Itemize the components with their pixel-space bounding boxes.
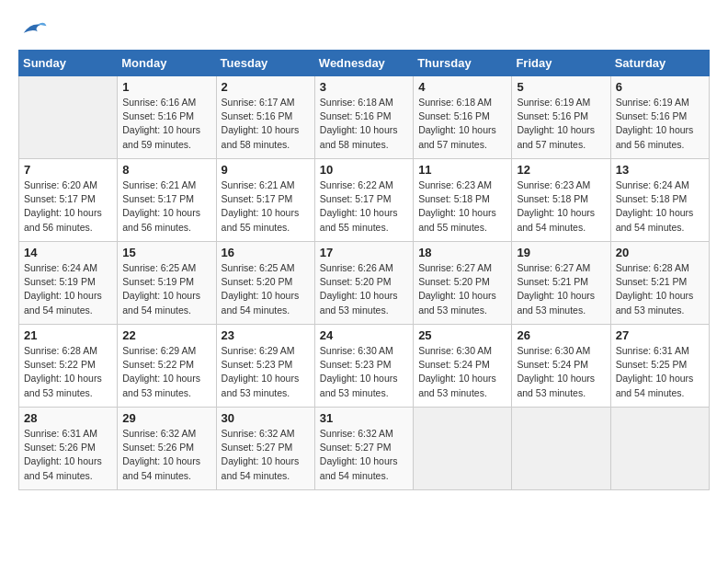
calendar-cell: 1Sunrise: 6:16 AM Sunset: 5:16 PM Daylig… <box>118 76 216 159</box>
day-number: 4 <box>418 80 506 94</box>
calendar-cell: 17Sunrise: 6:26 AM Sunset: 5:20 PM Dayli… <box>314 242 413 325</box>
day-number: 27 <box>616 328 704 342</box>
day-number: 24 <box>320 328 408 342</box>
day-number: 28 <box>24 411 112 425</box>
calendar-cell: 5Sunrise: 6:19 AM Sunset: 5:16 PM Daylig… <box>512 76 610 159</box>
calendar-cell: 2Sunrise: 6:17 AM Sunset: 5:16 PM Daylig… <box>216 76 314 159</box>
calendar-cell: 14Sunrise: 6:24 AM Sunset: 5:19 PM Dayli… <box>19 242 118 325</box>
calendar-week-row: 7Sunrise: 6:20 AM Sunset: 5:17 PM Daylig… <box>19 159 710 242</box>
calendar-cell: 30Sunrise: 6:32 AM Sunset: 5:27 PM Dayli… <box>216 408 314 490</box>
day-number: 12 <box>517 163 605 177</box>
calendar-cell: 25Sunrise: 6:30 AM Sunset: 5:24 PM Dayli… <box>414 325 512 408</box>
day-info: Sunrise: 6:24 AM Sunset: 5:19 PM Dayligh… <box>24 261 112 317</box>
day-info: Sunrise: 6:18 AM Sunset: 5:16 PM Dayligh… <box>320 96 408 152</box>
day-number: 7 <box>24 163 112 177</box>
day-info: Sunrise: 6:19 AM Sunset: 5:16 PM Dayligh… <box>616 96 704 152</box>
calendar-cell: 18Sunrise: 6:27 AM Sunset: 5:20 PM Dayli… <box>414 242 512 325</box>
day-info: Sunrise: 6:25 AM Sunset: 5:19 PM Dayligh… <box>122 261 210 317</box>
calendar-cell: 27Sunrise: 6:31 AM Sunset: 5:25 PM Dayli… <box>610 325 709 408</box>
page-wrapper: SundayMondayTuesdayWednesdayThursdayFrid… <box>18 18 710 490</box>
calendar-cell: 24Sunrise: 6:30 AM Sunset: 5:23 PM Dayli… <box>314 325 413 408</box>
day-number: 25 <box>418 328 506 342</box>
day-info: Sunrise: 6:18 AM Sunset: 5:16 PM Dayligh… <box>418 96 506 152</box>
day-number: 20 <box>616 246 704 259</box>
day-number: 2 <box>222 80 310 94</box>
day-number: 1 <box>122 80 210 94</box>
calendar-cell: 13Sunrise: 6:24 AM Sunset: 5:18 PM Dayli… <box>610 159 709 242</box>
day-info: Sunrise: 6:32 AM Sunset: 5:27 PM Dayligh… <box>320 427 408 483</box>
day-info: Sunrise: 6:21 AM Sunset: 5:17 PM Dayligh… <box>122 178 210 235</box>
day-number: 15 <box>122 246 210 259</box>
day-number: 3 <box>320 80 408 94</box>
day-number: 30 <box>222 411 310 425</box>
day-info: Sunrise: 6:26 AM Sunset: 5:20 PM Dayligh… <box>320 261 408 317</box>
day-header-sunday: Sunday <box>19 51 118 76</box>
day-info: Sunrise: 6:29 AM Sunset: 5:22 PM Dayligh… <box>122 344 210 400</box>
day-number: 8 <box>122 163 210 177</box>
day-info: Sunrise: 6:30 AM Sunset: 5:24 PM Dayligh… <box>418 344 506 400</box>
calendar-week-row: 14Sunrise: 6:24 AM Sunset: 5:19 PM Dayli… <box>19 242 710 325</box>
day-header-thursday: Thursday <box>414 51 512 76</box>
day-header-monday: Monday <box>118 51 216 76</box>
calendar-cell <box>512 408 610 490</box>
day-info: Sunrise: 6:19 AM Sunset: 5:16 PM Dayligh… <box>517 96 605 152</box>
day-number: 21 <box>24 328 112 342</box>
calendar-cell: 9Sunrise: 6:21 AM Sunset: 5:17 PM Daylig… <box>216 159 314 242</box>
day-number: 29 <box>122 411 210 425</box>
day-info: Sunrise: 6:30 AM Sunset: 5:24 PM Dayligh… <box>517 344 605 400</box>
calendar-week-row: 28Sunrise: 6:31 AM Sunset: 5:26 PM Dayli… <box>19 408 710 490</box>
calendar-cell: 29Sunrise: 6:32 AM Sunset: 5:26 PM Dayli… <box>118 408 216 490</box>
calendar-header-row: SundayMondayTuesdayWednesdayThursdayFrid… <box>19 51 710 76</box>
calendar-cell: 23Sunrise: 6:29 AM Sunset: 5:23 PM Dayli… <box>216 325 314 408</box>
calendar-week-row: 21Sunrise: 6:28 AM Sunset: 5:22 PM Dayli… <box>19 325 710 408</box>
calendar-cell: 26Sunrise: 6:30 AM Sunset: 5:24 PM Dayli… <box>512 325 610 408</box>
day-info: Sunrise: 6:23 AM Sunset: 5:18 PM Dayligh… <box>418 178 506 235</box>
day-header-friday: Friday <box>512 51 610 76</box>
day-number: 31 <box>320 411 408 425</box>
calendar-cell: 16Sunrise: 6:25 AM Sunset: 5:20 PM Dayli… <box>216 242 314 325</box>
calendar-cell: 3Sunrise: 6:18 AM Sunset: 5:16 PM Daylig… <box>314 76 413 159</box>
day-info: Sunrise: 6:29 AM Sunset: 5:23 PM Dayligh… <box>222 344 310 400</box>
day-info: Sunrise: 6:31 AM Sunset: 5:25 PM Dayligh… <box>616 344 704 400</box>
day-number: 13 <box>616 163 704 177</box>
calendar-cell: 20Sunrise: 6:28 AM Sunset: 5:21 PM Dayli… <box>610 242 709 325</box>
day-info: Sunrise: 6:16 AM Sunset: 5:16 PM Dayligh… <box>122 96 210 152</box>
day-info: Sunrise: 6:27 AM Sunset: 5:21 PM Dayligh… <box>517 261 605 317</box>
logo-area <box>18 18 48 40</box>
day-number: 10 <box>320 163 408 177</box>
day-number: 16 <box>222 246 310 259</box>
calendar-cell: 28Sunrise: 6:31 AM Sunset: 5:26 PM Dayli… <box>19 408 118 490</box>
calendar-cell: 19Sunrise: 6:27 AM Sunset: 5:21 PM Dayli… <box>512 242 610 325</box>
logo-bird-icon <box>20 18 48 40</box>
calendar-cell: 31Sunrise: 6:32 AM Sunset: 5:27 PM Dayli… <box>314 408 413 490</box>
day-info: Sunrise: 6:21 AM Sunset: 5:17 PM Dayligh… <box>222 178 310 235</box>
calendar-cell: 10Sunrise: 6:22 AM Sunset: 5:17 PM Dayli… <box>314 159 413 242</box>
header <box>18 18 710 40</box>
day-info: Sunrise: 6:17 AM Sunset: 5:16 PM Dayligh… <box>222 96 310 152</box>
day-info: Sunrise: 6:32 AM Sunset: 5:26 PM Dayligh… <box>122 427 210 483</box>
calendar-cell: 21Sunrise: 6:28 AM Sunset: 5:22 PM Dayli… <box>19 325 118 408</box>
calendar-cell: 11Sunrise: 6:23 AM Sunset: 5:18 PM Dayli… <box>414 159 512 242</box>
day-number: 11 <box>418 163 506 177</box>
calendar-cell: 7Sunrise: 6:20 AM Sunset: 5:17 PM Daylig… <box>19 159 118 242</box>
day-info: Sunrise: 6:22 AM Sunset: 5:17 PM Dayligh… <box>320 178 408 235</box>
day-info: Sunrise: 6:20 AM Sunset: 5:17 PM Dayligh… <box>24 178 112 235</box>
calendar-cell <box>414 408 512 490</box>
day-number: 22 <box>122 328 210 342</box>
calendar-cell: 6Sunrise: 6:19 AM Sunset: 5:16 PM Daylig… <box>610 76 709 159</box>
calendar-table: SundayMondayTuesdayWednesdayThursdayFrid… <box>18 50 710 490</box>
day-info: Sunrise: 6:28 AM Sunset: 5:22 PM Dayligh… <box>24 344 112 400</box>
day-number: 18 <box>418 246 506 259</box>
calendar-cell: 22Sunrise: 6:29 AM Sunset: 5:22 PM Dayli… <box>118 325 216 408</box>
day-number: 26 <box>517 328 605 342</box>
day-number: 14 <box>24 246 112 259</box>
day-info: Sunrise: 6:24 AM Sunset: 5:18 PM Dayligh… <box>616 178 704 235</box>
day-number: 6 <box>616 80 704 94</box>
day-number: 5 <box>517 80 605 94</box>
day-info: Sunrise: 6:28 AM Sunset: 5:21 PM Dayligh… <box>616 261 704 317</box>
day-info: Sunrise: 6:32 AM Sunset: 5:27 PM Dayligh… <box>222 427 310 483</box>
day-number: 9 <box>222 163 310 177</box>
calendar-cell: 15Sunrise: 6:25 AM Sunset: 5:19 PM Dayli… <box>118 242 216 325</box>
day-header-wednesday: Wednesday <box>314 51 413 76</box>
day-header-saturday: Saturday <box>610 51 709 76</box>
